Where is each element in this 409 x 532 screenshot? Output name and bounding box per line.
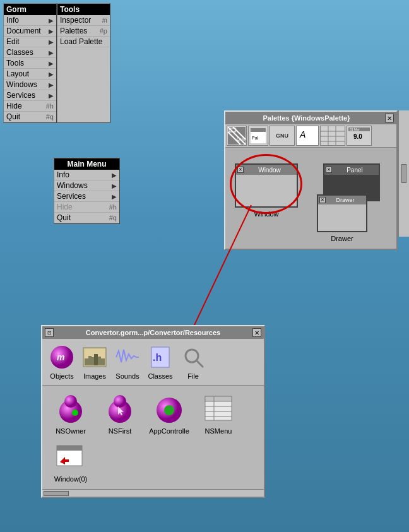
svg-rect-29 <box>92 357 94 365</box>
svg-rect-53 <box>57 446 82 451</box>
arrow-icon: ▶ <box>112 172 117 179</box>
palettes-close-button[interactable]: ✕ <box>385 114 394 122</box>
classes-icon: .h <box>147 344 174 370</box>
drawer-widget-label: Drawer <box>317 235 367 242</box>
drawer-titlebar: ✕ Drawer <box>318 196 366 204</box>
tab-classes-label: Classes <box>148 372 172 380</box>
gorm-menu-panel: Gorm Info ▶ Document ▶ Edit ▶ Classes ▶ … <box>3 3 57 123</box>
convertor-titlebar: ⊡ Convertor.gorm...p/Convertor/Resources… <box>42 326 264 339</box>
widget-panel-titlebar: ✕ Panel <box>324 165 379 175</box>
right-panel <box>398 110 409 237</box>
arrow-icon: ▶ <box>49 49 54 56</box>
menu-item-tools[interactable]: Tools ▶ <box>4 58 56 69</box>
menu-item-windows[interactable]: Windows ▶ <box>4 80 56 90</box>
tab-sounds[interactable]: Sounds <box>114 344 141 380</box>
palettes-title: Palettes {WindowsPalette} <box>228 114 385 122</box>
palette-icon-gnu[interactable]: GNU <box>270 126 295 146</box>
menu-item-load-palette[interactable]: Load Palette <box>57 37 110 47</box>
convertor-tabs-bar: m Objects Images <box>42 339 264 386</box>
main-menu-item-services[interactable]: Services ▶ <box>54 191 119 202</box>
main-menu-item-quit[interactable]: Quit #q <box>54 213 119 223</box>
gorm-menu-title: Gorm <box>4 4 56 15</box>
obj-nsmenu[interactable]: NSMenu <box>196 392 240 435</box>
widget-window-titlebar: ✕ Window <box>236 165 297 175</box>
convertor-title: Convertor.gorm...p/Convertor/Resources <box>54 329 252 336</box>
svg-point-40 <box>72 410 78 416</box>
drawer-widget-container: ✕ Drawer Drawer <box>317 194 367 242</box>
drawer-close[interactable]: ✕ <box>319 197 326 203</box>
gorm-menu-container: Gorm Info ▶ Document ▶ Edit ▶ Classes ▶ … <box>3 3 110 123</box>
svg-rect-28 <box>88 356 92 365</box>
obj-nsfirst[interactable]: NSFirst <box>98 392 142 435</box>
menu-item-classes[interactable]: Classes ▶ <box>4 47 56 58</box>
window-widget-label: Window <box>235 210 298 218</box>
arrow-icon: ▶ <box>49 92 54 99</box>
arrow-icon: ▶ <box>49 81 54 88</box>
menu-item-info[interactable]: Info ▶ <box>4 15 56 26</box>
right-panel-handle <box>401 164 406 183</box>
window0-icon <box>54 440 87 473</box>
convertor-resize-handle[interactable]: ⊡ <box>45 328 54 337</box>
widget-window-title: Window <box>244 167 295 174</box>
obj-window0[interactable]: Window(0) <box>49 440 93 483</box>
svg-point-45 <box>164 405 174 415</box>
menu-item-palettes[interactable]: Palettes #p <box>57 26 110 37</box>
main-menu-item-info[interactable]: Info ▶ <box>54 170 119 180</box>
menu-item-layout[interactable]: Layout ▶ <box>4 69 56 80</box>
scroll-thumb[interactable] <box>44 491 69 496</box>
drawer-title: Drawer <box>326 197 365 203</box>
drawer-widget[interactable]: ✕ Drawer <box>317 194 367 232</box>
svg-point-39 <box>64 395 77 408</box>
menu-item-document[interactable]: Document ▶ <box>4 26 56 37</box>
menu-item-quit[interactable]: Quit #q <box>4 112 56 122</box>
main-menu-panel: Main Menu Info ▶ Windows ▶ Services ▶ Hi… <box>54 158 120 224</box>
svg-text:.h: .h <box>153 352 162 363</box>
svg-rect-27 <box>85 358 88 365</box>
tab-objects[interactable]: m Objects <box>49 344 75 380</box>
svg-text:m: m <box>57 352 64 362</box>
palette-icon-2[interactable]: Pal <box>248 126 268 146</box>
widget-panel-close[interactable]: ✕ <box>326 167 332 173</box>
tools-menu-panel: Tools Inspector #i Palettes #p Load Pale… <box>57 3 110 123</box>
menu-item-edit[interactable]: Edit ▶ <box>4 37 56 47</box>
convertor-scrollbar[interactable] <box>42 489 264 497</box>
tab-sounds-label: Sounds <box>116 372 139 380</box>
main-menu-title: Main Menu <box>54 158 119 170</box>
convertor-close-button[interactable]: ✕ <box>252 328 261 337</box>
tools-menu-title: Tools <box>57 4 110 15</box>
appcontroller-label: AppControlle <box>149 427 189 435</box>
window-widget-container: ✕ Window Window <box>235 157 298 218</box>
menu-item-services[interactable]: Services ▶ <box>4 90 56 101</box>
svg-rect-31 <box>98 357 101 365</box>
tab-classes[interactable]: .h Classes <box>147 344 174 380</box>
nsowner-label: NSOwner <box>56 427 86 435</box>
palette-icon-white[interactable]: A <box>296 126 319 146</box>
svg-text:Quit: Quit <box>237 137 245 142</box>
main-menu-item-windows[interactable]: Windows ▶ <box>54 180 119 191</box>
window-widget[interactable]: ✕ Window <box>235 163 298 208</box>
file-icon <box>180 344 206 370</box>
objects-icon: m <box>49 344 75 370</box>
convertor-window: ⊡ Convertor.gorm...p/Convertor/Resources… <box>41 325 265 498</box>
arrow-icon: ▶ <box>49 28 54 35</box>
palettes-titlebar: Palettes {WindowsPalette} ✕ <box>225 112 396 124</box>
tab-images[interactable]: Images <box>81 344 108 380</box>
arrow-icon: ▶ <box>49 17 54 24</box>
menu-item-inspector[interactable]: Inspector #i <box>57 15 110 26</box>
main-menu-item-hide[interactable]: Hide #h <box>54 202 119 213</box>
svg-text:Pal: Pal <box>252 136 259 140</box>
palette-icon-1[interactable]: Quit <box>227 126 247 146</box>
svg-rect-12 <box>321 126 345 145</box>
widget-close-icon[interactable]: ✕ <box>237 167 244 173</box>
nsfirst-icon <box>104 392 136 425</box>
svg-text:A: A <box>299 129 305 139</box>
obj-appcontroller[interactable]: AppControlle <box>147 392 191 435</box>
nsmenu-icon <box>202 392 235 425</box>
obj-nsowner[interactable]: NSOwner <box>49 392 93 435</box>
palette-icon-date[interactable]: 31 Mar 9.0 <box>347 126 372 146</box>
arrow-icon: ▶ <box>49 60 54 67</box>
tab-file[interactable]: File <box>180 344 206 380</box>
menu-item-hide[interactable]: Hide #h <box>4 101 56 112</box>
palette-icon-table[interactable] <box>320 126 345 146</box>
palettes-canvas: ✕ Window Window ✕ Panel Panel ✕ <box>225 148 396 249</box>
